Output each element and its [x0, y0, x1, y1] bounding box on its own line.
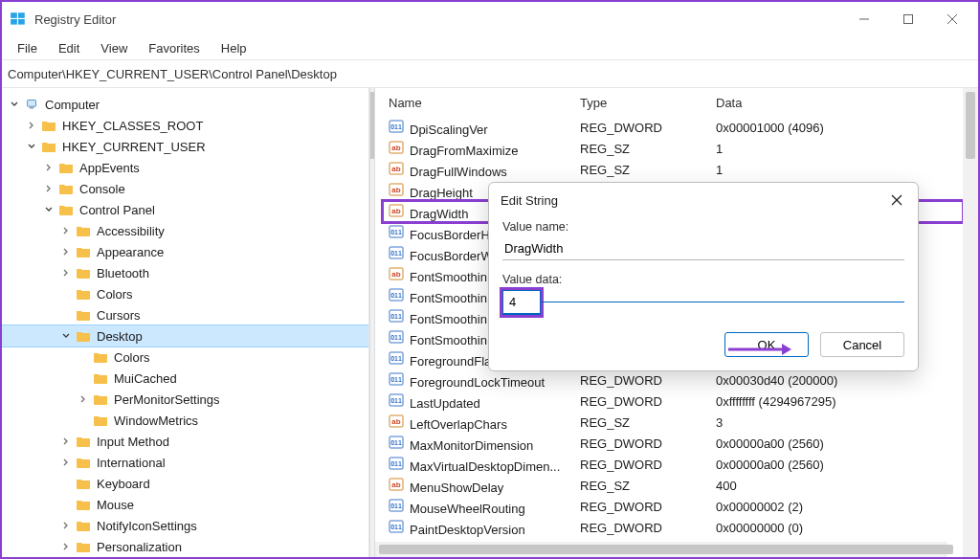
chevron-icon[interactable] [59, 245, 73, 258]
address-bar[interactable]: Computer\HKEY_CURRENT_USER\Control Panel… [2, 59, 978, 88]
minimize-button[interactable] [842, 4, 886, 34]
value-row[interactable]: abMenuShowDelay REG_SZ 400 [383, 475, 963, 496]
cancel-button[interactable]: Cancel [820, 332, 904, 357]
value-row[interactable]: 011PaintDesktopVersion REG_DWORD 0x00000… [383, 517, 963, 538]
value-name: MaxVirtualDesktopDimen... [410, 459, 560, 474]
valuename-label: Value name: [502, 220, 568, 234]
value-name: ForegroundLockTimeout [410, 375, 545, 390]
svg-text:011: 011 [390, 123, 402, 130]
folder-icon [40, 119, 57, 132]
tree-desktop-colors[interactable]: Colors [2, 347, 368, 368]
chevron-icon[interactable] [8, 98, 21, 111]
tree-bluetooth[interactable]: Bluetooth [2, 262, 368, 283]
chevron-icon[interactable] [77, 371, 90, 385]
chevron-icon[interactable] [59, 287, 73, 301]
value-name: DragWidth [410, 207, 468, 221]
tree-permonitor[interactable]: PerMonitorSettings [2, 389, 368, 410]
binary-icon: 011 [389, 519, 406, 534]
value-row[interactable]: 011DpiScalingVer REG_DWORD 0x00001000 (4… [383, 117, 963, 138]
menu-file[interactable]: File [8, 39, 47, 57]
tree-keyboard[interactable]: Keyboard [2, 473, 368, 494]
value-row[interactable]: 011MaxMonitorDimension REG_DWORD 0x00000… [383, 433, 963, 454]
tree-notifyicon[interactable]: NotifyIconSettings [2, 515, 368, 536]
col-data[interactable]: Data [710, 94, 963, 117]
tree-label: Cursors [97, 308, 141, 323]
value-row[interactable]: abLeftOverlapChars REG_SZ 3 [383, 412, 963, 433]
col-type[interactable]: Type [574, 94, 710, 117]
binary-icon: 011 [389, 329, 406, 345]
chevron-icon[interactable] [59, 266, 73, 280]
tree-label: Bluetooth [97, 266, 149, 280]
tree-hkcu[interactable]: HKEY_CURRENT_USER [2, 136, 368, 157]
chevron-icon[interactable] [59, 435, 73, 448]
chevron-icon[interactable] [59, 329, 73, 343]
dialog-close-button[interactable] [883, 187, 910, 213]
chevron-icon[interactable] [59, 477, 73, 490]
chevron-icon[interactable] [77, 350, 90, 364]
tree-colors[interactable]: Colors [2, 283, 368, 304]
value-row[interactable]: abDragFromMaximize REG_SZ 1 [383, 138, 963, 159]
value-row[interactable]: 011MouseWheelRouting REG_DWORD 0x0000000… [383, 496, 963, 517]
tree-windowmetrics[interactable]: WindowMetrics [2, 410, 368, 431]
folder-icon [40, 140, 57, 153]
menu-favorites[interactable]: Favorites [139, 39, 209, 57]
maximize-button[interactable] [886, 4, 930, 34]
binary-icon: 011 [389, 435, 406, 450]
chevron-icon[interactable] [42, 161, 56, 174]
value-row[interactable]: 011LastUpdated REG_DWORD 0xffffffff (429… [383, 391, 963, 412]
col-name[interactable]: Name [383, 94, 574, 117]
tree-computer[interactable]: Computer [2, 94, 368, 115]
chevron-icon[interactable] [59, 224, 73, 237]
tree-label: Colors [114, 350, 150, 365]
tree-label: Control Panel [79, 203, 155, 217]
value-data: 0x00000a00 (2560) [710, 458, 963, 472]
vertical-scrollbar[interactable] [963, 88, 978, 557]
value-type: REG_DWORD [574, 500, 710, 514]
value-type: REG_DWORD [574, 458, 710, 472]
chevron-icon[interactable] [25, 119, 38, 132]
value-row[interactable]: 011ForegroundLockTimeout REG_DWORD 0x000… [383, 369, 963, 391]
string-icon: ab [389, 182, 406, 197]
tree-inputmethod[interactable]: Input Method [2, 431, 368, 452]
value-type: REG_DWORD [574, 521, 710, 535]
tree-mouse[interactable]: Mouse [2, 494, 368, 515]
close-button[interactable] [930, 4, 974, 34]
value-type: REG_DWORD [574, 121, 710, 135]
menu-view[interactable]: View [91, 39, 137, 57]
tree-hkcr[interactable]: HKEY_CLASSES_ROOT [2, 115, 368, 136]
tree-desktop[interactable]: Desktop [2, 325, 368, 347]
tree-personalization[interactable]: Personalization [2, 536, 368, 557]
valuedata-field[interactable] [502, 290, 541, 315]
folder-icon [75, 308, 92, 322]
menu-edit[interactable]: Edit [49, 39, 89, 57]
value-row[interactable]: 011MaxVirtualDesktopDimen... REG_DWORD 0… [383, 454, 963, 475]
chevron-icon[interactable] [59, 498, 73, 511]
tree-international[interactable]: International [2, 452, 368, 473]
svg-text:011: 011 [390, 397, 402, 404]
valuename-field[interactable] [502, 237, 904, 260]
horizontal-scrollbar[interactable] [375, 542, 947, 557]
svg-text:011: 011 [390, 503, 402, 509]
tree-accessibility[interactable]: Accessibility [2, 220, 368, 241]
chevron-icon[interactable] [59, 540, 73, 553]
app-icon [10, 11, 27, 28]
chevron-icon[interactable] [59, 519, 73, 532]
chevron-icon[interactable] [77, 414, 90, 427]
binary-icon: 011 [389, 224, 406, 239]
tree-appevents[interactable]: AppEvents [2, 157, 368, 178]
chevron-icon[interactable] [42, 182, 56, 195]
tree-cursors[interactable]: Cursors [2, 304, 368, 325]
tree-muicached[interactable]: MuiCached [2, 368, 368, 389]
chevron-icon[interactable] [59, 308, 73, 322]
menu-help[interactable]: Help [212, 39, 256, 57]
chevron-icon[interactable] [25, 140, 38, 153]
chevron-icon[interactable] [42, 203, 56, 216]
tree-console[interactable]: Console [2, 178, 368, 199]
chevron-icon[interactable] [59, 456, 73, 469]
chevron-icon[interactable] [77, 392, 90, 406]
tree-controlpanel[interactable]: Control Panel [2, 199, 368, 220]
tree-appearance[interactable]: Appearance [2, 241, 368, 262]
value-row[interactable]: abDragFullWindows REG_SZ 1 [383, 159, 963, 180]
folder-icon [75, 266, 92, 280]
menubar: File Edit View Favorites Help [2, 36, 978, 59]
